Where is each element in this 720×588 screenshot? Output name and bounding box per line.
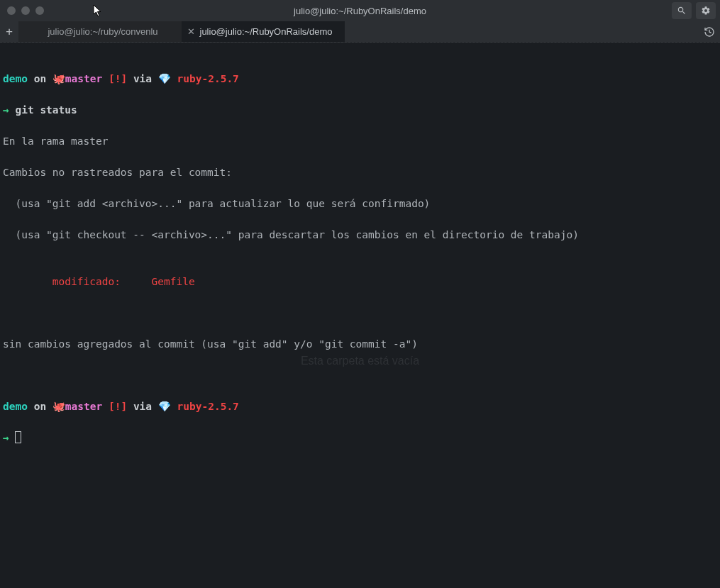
output-line: (usa "git checkout -- <archivo>..." para… bbox=[3, 227, 717, 243]
prompt-dirty: [!] bbox=[102, 73, 127, 84]
prompt-dir: demo bbox=[3, 73, 28, 84]
output-blank bbox=[3, 305, 717, 321]
prompt-branch: master bbox=[65, 73, 102, 84]
prompt-dir: demo bbox=[3, 401, 28, 412]
close-window-icon[interactable] bbox=[7, 6, 16, 15]
prompt-via: via bbox=[127, 73, 158, 84]
settings-button[interactable] bbox=[696, 2, 716, 19]
prompt-on: on bbox=[28, 73, 52, 84]
titlebar: julio@julio:~/RubyOnRails/demo bbox=[0, 0, 720, 21]
output-line: (usa "git add <archivo>..." para actuali… bbox=[3, 196, 717, 211]
prompt-ruby: ruby-2.5.7 bbox=[177, 401, 239, 412]
tab-label: julio@julio:~/ruby/convenlu bbox=[48, 26, 157, 37]
tab-bar: + julio@julio:~/ruby/convenlu ✕ julio@ju… bbox=[0, 21, 720, 43]
new-tab-button[interactable]: + bbox=[0, 21, 18, 42]
output-modified-line: modificado: Gemfile bbox=[3, 274, 717, 289]
prompt-line: demo on 🐙master [!] via 💎 ruby-2.5.7 bbox=[3, 399, 717, 414]
prompt-branch: master bbox=[65, 401, 102, 412]
terminal-output[interactable]: demo on 🐙master [!] via 💎 ruby-2.5.7 → g… bbox=[0, 43, 720, 464]
prompt-on: on bbox=[28, 401, 52, 412]
tab-demo[interactable]: ✕ julio@julio:~/RubyOnRails/demo bbox=[182, 21, 345, 42]
prompt-ruby: ruby-2.5.7 bbox=[177, 73, 239, 84]
terminal-cursor bbox=[15, 431, 21, 443]
git-icon: 🐙 bbox=[52, 401, 65, 412]
search-icon bbox=[677, 6, 687, 16]
output-blank bbox=[3, 367, 717, 383]
window-buttons bbox=[4, 6, 44, 15]
prompt-arrow-icon: → bbox=[3, 432, 15, 443]
tab-convenlu[interactable]: julio@julio:~/ruby/convenlu bbox=[18, 21, 182, 42]
maximize-window-icon[interactable] bbox=[35, 6, 44, 15]
gear-icon bbox=[701, 6, 711, 16]
minimize-window-icon[interactable] bbox=[21, 6, 30, 15]
cursor-line: → bbox=[3, 430, 717, 445]
history-icon bbox=[704, 26, 715, 38]
prompt-line: demo on 🐙master [!] via 💎 ruby-2.5.7 bbox=[3, 71, 717, 87]
output-line: Cambios no rastreados para el commit: bbox=[3, 165, 717, 180]
prompt-via: via bbox=[127, 401, 158, 412]
output-line: sin cambios agregados al commit (usa "gi… bbox=[3, 336, 717, 352]
modified-label: modificado: bbox=[3, 276, 152, 287]
window-title: julio@julio:~/RubyOnRails/demo bbox=[294, 6, 426, 16]
git-icon: 🐙 bbox=[52, 73, 65, 84]
prompt-arrow-icon: → bbox=[3, 104, 15, 116]
background-ghost-text: Esta carpeta está vacía bbox=[301, 355, 419, 367]
command-line: → git status bbox=[3, 102, 717, 118]
close-tab-icon[interactable]: ✕ bbox=[187, 27, 195, 36]
modified-file: Gemfile bbox=[152, 276, 195, 287]
command-text: git status bbox=[15, 104, 77, 116]
gem-icon: 💎 bbox=[158, 401, 177, 412]
gem-icon: 💎 bbox=[158, 73, 177, 84]
prompt-dirty: [!] bbox=[102, 401, 127, 412]
search-button[interactable] bbox=[672, 2, 692, 19]
output-line: En la rama master bbox=[3, 133, 717, 149]
history-button[interactable] bbox=[699, 21, 720, 42]
tab-label: julio@julio:~/RubyOnRails/demo bbox=[200, 26, 333, 37]
